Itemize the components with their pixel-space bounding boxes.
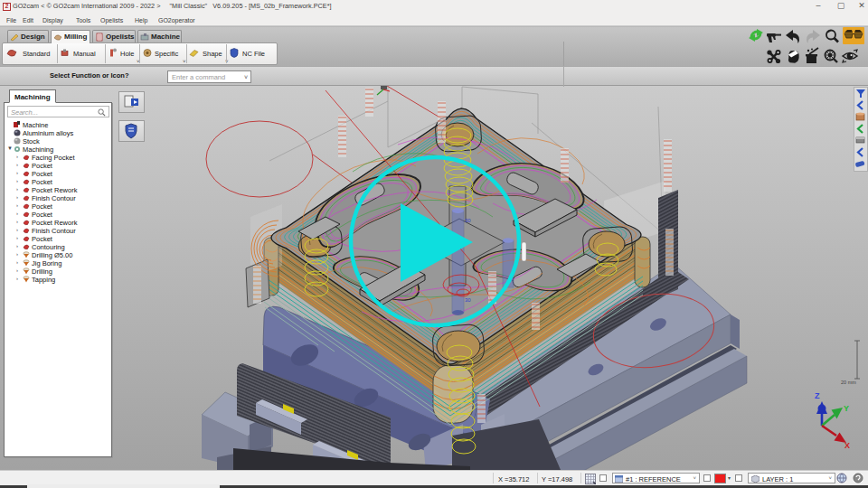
svg-text:20 mm: 20 mm (841, 380, 856, 385)
svg-text:30: 30 (465, 218, 471, 223)
svg-text:Y: Y (844, 404, 849, 413)
svg-text:X: X (844, 441, 850, 450)
svg-text:30: 30 (465, 297, 471, 303)
svg-text:Z: Z (815, 391, 820, 400)
